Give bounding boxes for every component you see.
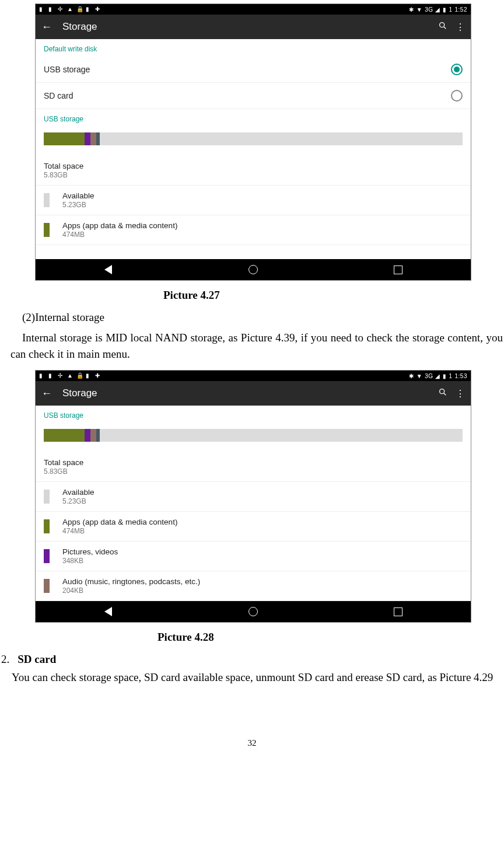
bluetooth-icon: ✱ [409, 373, 414, 379]
notif-icon: ▮ [86, 372, 93, 379]
svg-line-3 [444, 393, 446, 395]
option-sd-card[interactable]: SD card [36, 83, 471, 109]
available-row[interactable]: Available 5.23GB [36, 482, 471, 512]
notif-icon: ▲ [67, 372, 74, 379]
toolbar-title: Storage [62, 21, 430, 33]
body-paragraph: Internal storage is MID local NAND stora… [0, 330, 504, 362]
notif-icon: 🔒 [76, 372, 83, 379]
option-label: USB storage [44, 65, 451, 74]
android-nav-bar [36, 601, 471, 622]
svg-point-0 [440, 23, 444, 27]
total-value: 5.83GB [44, 467, 463, 476]
radio-unselected-icon[interactable] [451, 90, 463, 102]
search-icon[interactable] [438, 387, 447, 399]
legend-chip-apps [44, 519, 50, 533]
notif-icon: ▮ [48, 6, 55, 13]
legend-chip-pictures [44, 549, 50, 563]
audio-value: 204KB [62, 586, 200, 595]
nav-home-button[interactable] [247, 606, 259, 617]
bluetooth-icon: ✱ [409, 6, 414, 13]
apps-row[interactable]: Apps (app data & media content) 474MB [36, 512, 471, 542]
audio-label: Audio (music, ringtones, podcasts, etc.) [62, 577, 200, 586]
option-label: SD card [44, 91, 451, 100]
available-label: Available [62, 488, 94, 497]
app-toolbar: ← Storage ⋮ [36, 381, 471, 406]
apps-value: 474MB [62, 527, 177, 535]
body-paragraph: You can check storage space, SD card ava… [0, 669, 504, 686]
signal-bars-icon: ◢ [435, 373, 440, 379]
screenshot-storage-1: ▮ ▮ ✢ ▲ 🔒 ▮ ✚ ✱ ▼ 3G ◢ ▮ 1 1:52 ← Storag… [35, 4, 471, 281]
option-usb-storage[interactable]: USB storage [36, 57, 471, 83]
bar-segment-audio [90, 429, 96, 442]
nav-home-button[interactable] [247, 264, 259, 275]
available-value: 5.23GB [62, 497, 94, 505]
nav-back-button[interactable] [102, 606, 114, 617]
signal-bars-icon: ◢ [435, 6, 440, 13]
notif-icon: ✚ [95, 6, 102, 13]
radio-selected-icon[interactable] [451, 64, 463, 75]
notif-icon: 🔒 [76, 6, 83, 13]
apps-label: Apps (app data & media content) [62, 518, 177, 526]
clock-label: 1:52 [455, 6, 467, 13]
app-toolbar: ← Storage ⋮ [36, 15, 471, 39]
svg-point-2 [440, 389, 444, 394]
legend-chip-audio [44, 579, 50, 593]
battery-icon: ▮ [443, 6, 447, 13]
legend-chip-available [44, 490, 50, 504]
apps-row[interactable]: Apps (app data & media content) 474MB [36, 215, 471, 245]
section-usb-storage: USB storage [36, 109, 471, 127]
signal-icon: ▼ [416, 6, 422, 13]
pictures-row[interactable]: Pictures, videos 348KB [36, 542, 471, 571]
android-status-bar: ▮ ▮ ✢ ▲ 🔒 ▮ ✚ ✱ ▼ 3G ◢ ▮ 1 1:53 [36, 371, 471, 381]
legend-chip-available [44, 193, 50, 207]
pictures-label: Pictures, videos [62, 547, 118, 556]
section-usb-storage: USB storage [36, 406, 471, 423]
overflow-menu-icon[interactable]: ⋮ [456, 388, 465, 399]
section-default-disk: Default write disk [36, 39, 471, 57]
bar-segment-audio [90, 132, 96, 145]
android-nav-bar [36, 259, 471, 280]
notif-icon: ▮ [39, 372, 46, 379]
total-space-row[interactable]: Total space 5.83GB [36, 157, 471, 186]
svg-line-1 [444, 27, 446, 29]
notif-icon: ✢ [58, 6, 65, 13]
available-value: 5.23GB [62, 201, 94, 209]
network-label: 3G [425, 373, 433, 379]
pictures-value: 348KB [62, 557, 118, 565]
available-label: Available [62, 191, 94, 200]
notif-icon: ▮ [39, 6, 46, 13]
storage-usage-bar [36, 127, 471, 157]
notif-icon: ▲ [67, 6, 74, 13]
audio-row[interactable]: Audio (music, ringtones, podcasts, etc.)… [36, 571, 471, 601]
battery-icon: ▮ [443, 373, 447, 379]
bar-segment-pics [85, 132, 90, 145]
signal-icon: ▼ [416, 373, 422, 379]
search-icon[interactable] [438, 21, 447, 33]
notif-icon: ▮ [48, 372, 55, 379]
bar-segment-other [96, 429, 100, 442]
nav-recent-button[interactable] [393, 606, 404, 617]
available-row[interactable]: Available 5.23GB [36, 186, 471, 215]
battery-label: 1 [449, 373, 452, 379]
total-label: Total space [44, 458, 463, 467]
overflow-menu-icon[interactable]: ⋮ [456, 22, 465, 33]
total-space-row[interactable]: Total space 5.83GB [36, 453, 471, 482]
bar-segment-apps [44, 132, 85, 145]
notif-icon: ▮ [86, 6, 93, 13]
toolbar-title: Storage [62, 387, 430, 399]
total-label: Total space [44, 162, 463, 170]
screenshot-storage-2: ▮ ▮ ✢ ▲ 🔒 ▮ ✚ ✱ ▼ 3G ◢ ▮ 1 1:53 ← Storag… [35, 370, 471, 623]
network-label: 3G [425, 6, 433, 13]
back-button[interactable]: ← [41, 21, 52, 33]
bar-segment-pics [85, 429, 90, 442]
back-button[interactable]: ← [41, 387, 52, 400]
list-head-text: SD card [18, 653, 56, 665]
nav-back-button[interactable] [102, 264, 114, 275]
battery-label: 1 [449, 6, 452, 13]
blank-space [36, 245, 471, 259]
subsection-heading: (2)Internal storage [22, 311, 504, 324]
list-number: 2. [1, 653, 9, 665]
notif-icon: ✢ [58, 372, 65, 379]
nav-recent-button[interactable] [393, 264, 404, 275]
bar-segment-other [96, 132, 100, 145]
